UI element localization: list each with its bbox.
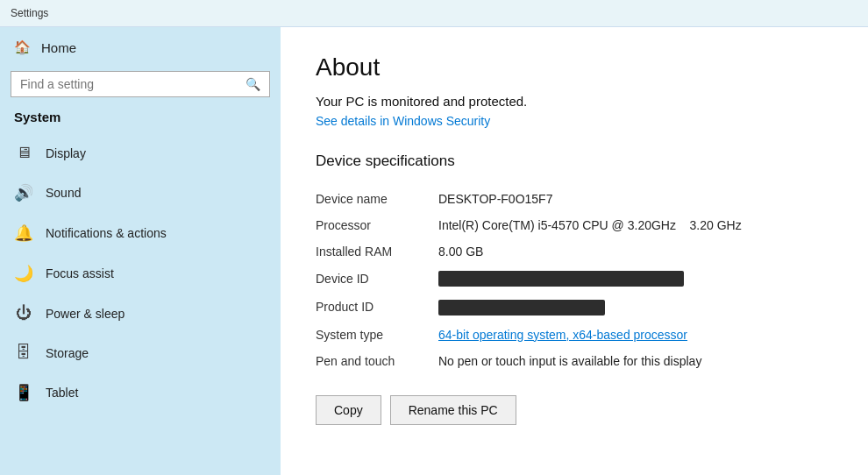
action-buttons: Copy Rename this PC <box>316 395 833 425</box>
nav-item-storage[interactable]: 🗄 Storage <box>0 333 281 372</box>
spec-table: Device name DESKTOP-F0O15F7 Processor In… <box>316 186 833 374</box>
nav-label-notifications: Notifications & actions <box>46 226 167 240</box>
nav-item-focus[interactable]: 🌙 Focus assist <box>0 253 281 294</box>
focus-icon: 🌙 <box>14 264 33 283</box>
nav-item-power[interactable]: ⏻ Power & sleep <box>0 294 281 333</box>
spec-label-system-type: System type <box>316 322 438 348</box>
spec-value-device-name: DESKTOP-F0O15F7 <box>438 186 833 212</box>
nav-label-sound: Sound <box>46 186 81 200</box>
spec-row-ram: Installed RAM 8.00 GB <box>316 238 833 265</box>
rename-button[interactable]: Rename this PC <box>390 395 516 425</box>
copy-button[interactable]: Copy <box>316 395 381 425</box>
spec-label-product-id: Product ID <box>316 293 438 321</box>
spec-row-device-name: Device name DESKTOP-F0O15F7 <box>316 186 833 212</box>
system-type-link[interactable]: 64-bit operating system, x64-based proce… <box>438 328 687 342</box>
search-box: 🔍 <box>11 71 270 97</box>
home-icon: 🏠 <box>14 39 31 55</box>
main-content: About Your PC is monitored and protected… <box>281 27 868 475</box>
notifications-icon: 🔔 <box>14 223 33 243</box>
spec-label-device-id: Device ID <box>316 265 438 293</box>
nav-label-display: Display <box>46 146 86 160</box>
security-link[interactable]: See details in Windows Security <box>316 114 490 128</box>
spec-label-ram: Installed RAM <box>316 238 438 265</box>
spec-label-device-name: Device name <box>316 186 438 212</box>
spec-value-device-id <box>438 265 833 293</box>
sound-icon: 🔊 <box>14 183 33 202</box>
nav-label-tablet: Tablet <box>46 386 78 400</box>
security-status: Your PC is monitored and protected. <box>316 94 833 109</box>
nav-label-storage: Storage <box>46 346 89 360</box>
nav-label-focus: Focus assist <box>46 266 114 280</box>
spec-label-pen-touch: Pen and touch <box>316 348 438 374</box>
home-label: Home <box>41 40 76 55</box>
spec-row-processor: Processor Intel(R) Core(TM) i5-4570 CPU … <box>316 212 833 238</box>
search-icon: 🔍 <box>245 77 260 91</box>
search-input[interactable] <box>20 77 245 91</box>
spec-value-processor: Intel(R) Core(TM) i5-4570 CPU @ 3.20GHz … <box>438 212 833 238</box>
product-id-redacted <box>438 300 605 315</box>
nav-item-notifications[interactable]: 🔔 Notifications & actions <box>0 213 281 253</box>
spec-value-system-type: 64-bit operating system, x64-based proce… <box>438 322 833 348</box>
spec-row-system-type: System type 64-bit operating system, x64… <box>316 322 833 348</box>
spec-value-pen-touch: No pen or touch input is available for t… <box>438 348 833 374</box>
power-icon: ⏻ <box>14 304 33 323</box>
nav-item-tablet[interactable]: 📱 Tablet <box>0 372 281 413</box>
storage-icon: 🗄 <box>14 344 33 362</box>
system-section-label: System <box>0 104 281 133</box>
display-icon: 🖥 <box>14 144 33 162</box>
nav-item-display[interactable]: 🖥 Display <box>0 133 281 173</box>
spec-row-device-id: Device ID <box>316 265 833 293</box>
spec-value-ram: 8.00 GB <box>438 238 833 265</box>
device-specs-title: Device specifications <box>316 152 833 170</box>
home-button[interactable]: 🏠 Home <box>0 27 281 67</box>
nav-label-power: Power & sleep <box>46 307 125 321</box>
title-bar: Settings <box>0 0 868 27</box>
sidebar: 🏠 Home 🔍 System 🖥 Display 🔊 Sound 🔔 Noti… <box>0 27 281 475</box>
tablet-icon: 📱 <box>14 383 33 402</box>
nav-item-sound[interactable]: 🔊 Sound <box>0 173 281 213</box>
page-title: About <box>316 53 833 82</box>
spec-row-pen-touch: Pen and touch No pen or touch input is a… <box>316 348 833 374</box>
app-title: Settings <box>11 7 48 19</box>
device-id-redacted <box>438 271 684 287</box>
spec-label-processor: Processor <box>316 212 438 238</box>
spec-value-product-id <box>438 293 833 321</box>
spec-row-product-id: Product ID <box>316 293 833 321</box>
